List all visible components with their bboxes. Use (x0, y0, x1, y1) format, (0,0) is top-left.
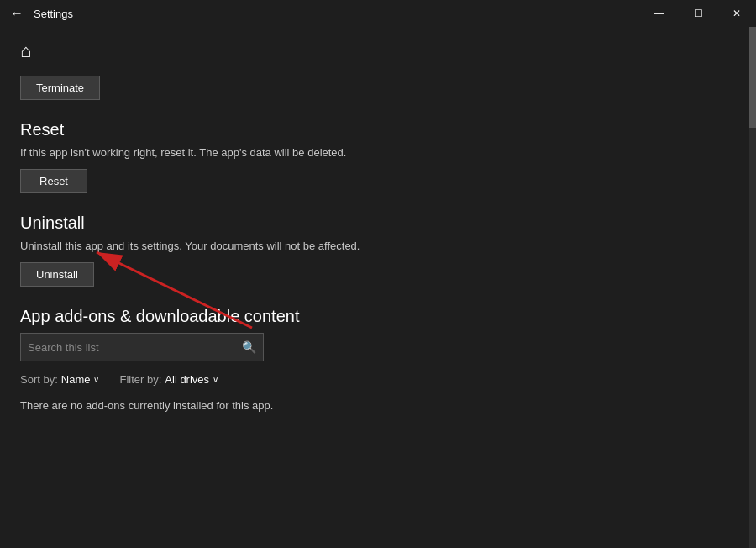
sort-value: Name (61, 373, 91, 386)
search-icon: 🔍 (242, 340, 256, 354)
title-bar-controls: — ☐ ✕ (640, 0, 756, 27)
terminate-button[interactable]: Terminate (20, 76, 100, 100)
addons-section: App add-ons & downloadable content 🔍 Sor… (20, 307, 736, 412)
sort-label: Sort by: (20, 373, 58, 386)
back-button[interactable]: ← (7, 3, 27, 24)
filter-chevron-icon: ∨ (213, 375, 218, 384)
reset-section: Reset If this app isn't working right, r… (20, 120, 736, 193)
reset-button[interactable]: Reset (20, 169, 87, 193)
maximize-button[interactable]: ☐ (679, 0, 717, 27)
no-addons-text: There are no add-ons currently installed… (20, 399, 736, 412)
sort-chevron-icon: ∨ (93, 375, 99, 384)
home-icon[interactable]: ⌂ (20, 40, 31, 62)
sort-by-control[interactable]: Sort by: Name ∨ (20, 373, 99, 386)
filter-value: All drives (165, 373, 209, 386)
uninstall-description: Uninstall this app and its settings. You… (20, 240, 736, 252)
search-box-container: 🔍 (20, 333, 264, 361)
filter-label: Filter by: (119, 373, 161, 386)
search-input[interactable] (28, 341, 242, 354)
close-button[interactable]: ✕ (717, 0, 756, 27)
uninstall-button[interactable]: Uninstall (20, 262, 94, 287)
minimize-button[interactable]: — (640, 0, 679, 27)
title-bar-title: Settings (34, 8, 73, 20)
home-icon-row: ⌂ (20, 40, 736, 62)
reset-title: Reset (20, 120, 736, 140)
addons-title: App add-ons & downloadable content (20, 307, 736, 326)
title-bar: ← Settings — ☐ ✕ (0, 0, 756, 27)
main-content: ⌂ Terminate Reset If this app isn't work… (0, 27, 756, 548)
filter-by-control[interactable]: Filter by: All drives ∨ (119, 373, 218, 386)
uninstall-title: Uninstall (20, 213, 736, 233)
uninstall-section: Uninstall Uninstall this app and its set… (20, 213, 736, 287)
sort-filter-row: Sort by: Name ∨ Filter by: All drives ∨ (20, 373, 736, 386)
reset-description: If this app isn't working right, reset i… (20, 146, 736, 159)
terminate-section: Terminate (20, 76, 736, 100)
